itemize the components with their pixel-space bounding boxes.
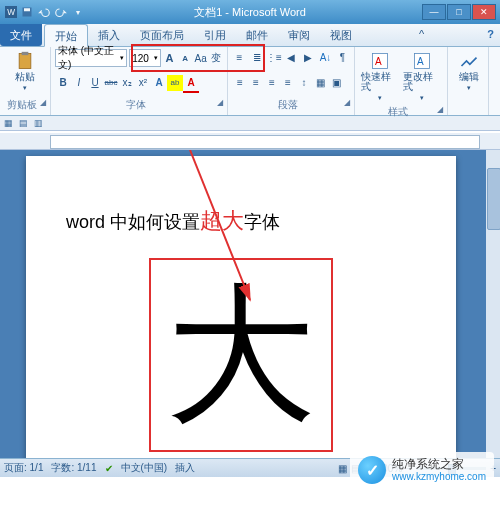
annotation-result-box: 大 xyxy=(149,258,333,452)
show-marks-button[interactable]: ¶ xyxy=(335,49,350,65)
tab-references[interactable]: 引用 xyxy=(194,24,236,46)
status-mode[interactable]: 插入 xyxy=(175,461,195,475)
redo-icon[interactable] xyxy=(54,5,68,19)
watermark-name: 纯净系统之家 xyxy=(392,458,486,471)
tab-insert[interactable]: 插入 xyxy=(88,24,130,46)
clipboard-launcher-icon[interactable]: ◢ xyxy=(40,98,46,107)
styles-launcher-icon[interactable]: ◢ xyxy=(437,105,443,114)
watermark-url: www.kzmyhome.com xyxy=(392,471,486,482)
paste-button[interactable]: 粘贴 ▾ xyxy=(4,49,46,95)
tab-layout[interactable]: 页面布局 xyxy=(130,24,194,46)
tab-file[interactable]: 文件 xyxy=(0,24,42,46)
nav-icon[interactable]: ▥ xyxy=(34,118,43,128)
strike-button[interactable]: abc xyxy=(103,75,119,91)
tab-mailings[interactable]: 邮件 xyxy=(236,24,278,46)
big-character[interactable]: 大 xyxy=(166,280,316,430)
subscript-button[interactable]: x₂ xyxy=(119,75,135,91)
word-app-icon: W xyxy=(4,5,18,19)
justify-button[interactable]: ≡ xyxy=(280,75,296,91)
tab-review[interactable]: 审阅 xyxy=(278,24,320,46)
document-area: word 中如何设置超大字体 大 xyxy=(0,150,500,458)
italic-button[interactable]: I xyxy=(71,75,87,91)
line-spacing-button[interactable]: ↕ xyxy=(296,75,312,91)
quick-styles-button[interactable]: A 快速样式▾ xyxy=(359,49,401,105)
tab-view[interactable]: 视图 xyxy=(320,24,362,46)
shading-button[interactable]: ▦ xyxy=(312,75,328,91)
decrease-indent-button[interactable]: ◀ xyxy=(284,49,299,65)
group-styles-label: 样式 xyxy=(388,106,408,117)
paragraph-launcher-icon[interactable]: ◢ xyxy=(344,98,350,107)
window-title: 文档1 - Microsoft Word xyxy=(194,5,306,20)
status-page[interactable]: 页面: 1/1 xyxy=(4,461,43,475)
nav-icon[interactable]: ▤ xyxy=(19,118,28,128)
scrollbar-thumb[interactable] xyxy=(487,168,500,230)
ribbon: 粘贴 ▾ 剪贴板◢ 宋体 (中文正文)▾ 120▾ A A Aa 变 B I U… xyxy=(0,47,500,116)
svg-rect-5 xyxy=(22,52,29,55)
save-icon[interactable] xyxy=(20,5,34,19)
minimize-ribbon-icon[interactable]: ^ xyxy=(413,24,430,46)
vertical-scrollbar[interactable] xyxy=(486,150,500,458)
undo-icon[interactable] xyxy=(37,5,51,19)
svg-text:W: W xyxy=(7,8,15,17)
group-font-label: 字体 xyxy=(126,99,146,110)
close-button[interactable]: ✕ xyxy=(472,4,496,20)
superscript-button[interactable]: x² xyxy=(135,75,151,91)
text-effect-button[interactable]: A xyxy=(151,75,167,91)
page[interactable]: word 中如何设置超大字体 大 xyxy=(26,156,456,458)
svg-rect-3 xyxy=(24,8,30,11)
borders-button[interactable]: ▣ xyxy=(328,75,344,91)
nav-icon[interactable]: ▦ xyxy=(4,118,13,128)
group-clipboard-label: 剪贴板 xyxy=(7,99,37,110)
maximize-button[interactable]: □ xyxy=(447,4,471,20)
align-center-button[interactable]: ≡ xyxy=(248,75,264,91)
watermark-logo-icon: ✓ xyxy=(358,456,386,484)
align-left-button[interactable]: ≡ xyxy=(232,75,248,91)
svg-text:A: A xyxy=(375,56,382,67)
increase-indent-button[interactable]: ▶ xyxy=(301,49,316,65)
multilevel-button[interactable]: ⋮≡ xyxy=(266,49,282,65)
editing-button[interactable]: 编辑▾ xyxy=(452,49,486,95)
sort-button[interactable]: A↓ xyxy=(318,49,333,65)
change-styles-button[interactable]: A 更改样式▾ xyxy=(401,49,443,105)
qat-dropdown-icon[interactable]: ▾ xyxy=(71,5,85,19)
status-words[interactable]: 字数: 1/11 xyxy=(51,461,96,475)
font-name-select[interactable]: 宋体 (中文正文)▾ xyxy=(55,49,127,67)
svg-rect-4 xyxy=(19,54,31,69)
bullets-button[interactable]: ≡ xyxy=(232,49,247,65)
align-right-button[interactable]: ≡ xyxy=(264,75,280,91)
document-text-line[interactable]: word 中如何设置超大字体 xyxy=(66,206,416,236)
proofing-icon[interactable]: ✔ xyxy=(105,463,113,474)
help-icon[interactable]: ? xyxy=(481,24,500,46)
numbering-button[interactable]: ≣ xyxy=(249,49,264,65)
group-paragraph-label: 段落 xyxy=(278,99,298,110)
bold-button[interactable]: B xyxy=(55,75,71,91)
status-lang[interactable]: 中文(中国) xyxy=(121,461,168,475)
horizontal-ruler[interactable] xyxy=(0,133,500,150)
highlight-button[interactable]: ab xyxy=(167,75,183,91)
view-print-icon[interactable]: ▦ xyxy=(338,463,347,474)
minimize-button[interactable]: — xyxy=(422,4,446,20)
font-launcher-icon[interactable]: ◢ xyxy=(217,98,223,107)
watermark: ✓ 纯净系统之家 www.kzmyhome.com xyxy=(350,452,494,488)
font-color-button[interactable]: A xyxy=(183,75,199,93)
underline-button[interactable]: U xyxy=(87,75,103,91)
svg-text:A: A xyxy=(417,56,424,67)
